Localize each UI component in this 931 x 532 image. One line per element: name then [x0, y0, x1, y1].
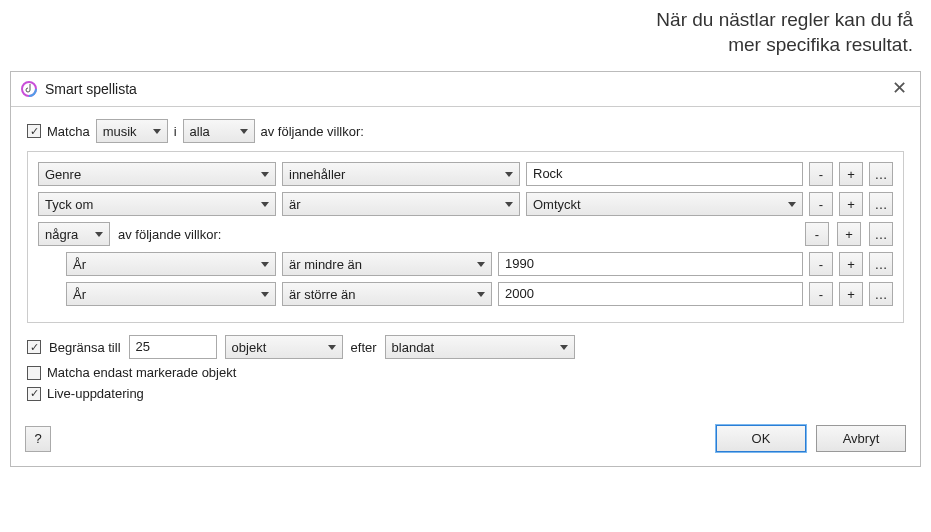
nested-suffix: av följande villkor: [118, 227, 797, 242]
rule-more-button[interactable]: … [869, 162, 893, 186]
dialog-window: Smart spellista ✕ Matcha musik i alla av… [10, 71, 921, 467]
match-label: Matcha [47, 124, 90, 139]
rule-more-button[interactable]: … [869, 192, 893, 216]
chevron-down-icon [261, 262, 269, 267]
rule-op-value: är mindre än [289, 257, 362, 272]
rule-op-value: är större än [289, 287, 355, 302]
match-suffix: av följande villkor: [261, 124, 364, 139]
limit-label: Begränsa till [49, 340, 121, 355]
titlebar: Smart spellista ✕ [11, 72, 920, 107]
limit-checkbox[interactable] [27, 340, 41, 354]
chevron-down-icon [261, 292, 269, 297]
chevron-down-icon [328, 345, 336, 350]
rules-container: Genre innehåller Rock - + … Tyck om [27, 151, 904, 323]
rule-field-select[interactable]: År [66, 282, 276, 306]
chevron-down-icon [240, 129, 248, 134]
chevron-down-icon [560, 345, 568, 350]
rule-value-select[interactable]: Omtyckt [526, 192, 803, 216]
rule-value-input[interactable]: Rock [526, 162, 803, 186]
rule-add-button[interactable]: + [839, 192, 863, 216]
rule-row: Genre innehåller Rock - + … [38, 162, 893, 186]
rule-op-value: innehåller [289, 167, 345, 182]
rule-more-button[interactable]: … [869, 222, 893, 246]
rule-value-text: 2000 [505, 286, 534, 301]
close-button[interactable]: ✕ [888, 78, 910, 100]
limit-after-label: efter [351, 340, 377, 355]
nested-quantifier-value: några [45, 227, 78, 242]
rule-op-select[interactable]: är mindre än [282, 252, 492, 276]
rule-more-button[interactable]: … [869, 252, 893, 276]
rule-op-select[interactable]: är [282, 192, 520, 216]
rule-remove-button[interactable]: - [809, 192, 833, 216]
limit-value-input[interactable]: 25 [129, 335, 217, 359]
rule-op-select[interactable]: innehåller [282, 162, 520, 186]
dialog-body: Matcha musik i alla av följande villkor:… [11, 107, 920, 419]
rule-value-input[interactable]: 1990 [498, 252, 803, 276]
help-button[interactable]: ? [25, 426, 51, 452]
rule-op-select[interactable]: är större än [282, 282, 492, 306]
live-update-label: Live-uppdatering [47, 386, 144, 401]
nested-rule-row: År är mindre än 1990 - + … [66, 252, 893, 276]
limit-row: Begränsa till 25 objekt efter blandat [27, 335, 904, 359]
help-icon: ? [34, 431, 41, 446]
rule-op-value: är [289, 197, 301, 212]
chevron-down-icon [261, 172, 269, 177]
limit-after-select[interactable]: blandat [385, 335, 575, 359]
dialog-title: Smart spellista [45, 81, 888, 97]
rule-remove-button[interactable]: - [809, 282, 833, 306]
rule-value-input[interactable]: 2000 [498, 282, 803, 306]
chevron-down-icon [477, 262, 485, 267]
chevron-down-icon [788, 202, 796, 207]
rule-add-button[interactable]: + [839, 252, 863, 276]
checked-only-row: Matcha endast markerade objekt [27, 365, 904, 380]
live-update-row: Live-uppdatering [27, 386, 904, 401]
live-update-checkbox[interactable] [27, 387, 41, 401]
match-media-select[interactable]: musik [96, 119, 168, 143]
annotation-line2: mer specifika resultat. [728, 34, 913, 55]
chevron-down-icon [261, 202, 269, 207]
checked-only-checkbox[interactable] [27, 366, 41, 380]
annotation-line1: När du nästlar regler kan du få [656, 9, 913, 30]
ok-button[interactable]: OK [716, 425, 806, 452]
chevron-down-icon [477, 292, 485, 297]
rule-field-value: År [73, 287, 86, 302]
cancel-button[interactable]: Avbryt [816, 425, 906, 452]
ok-label: OK [752, 431, 771, 446]
rule-field-value: År [73, 257, 86, 272]
annotation-text: När du nästlar regler kan du få mer spec… [0, 0, 931, 57]
match-media-value: musik [103, 124, 137, 139]
cancel-label: Avbryt [843, 431, 880, 446]
nested-quantifier-select[interactable]: några [38, 222, 110, 246]
rule-add-button[interactable]: + [839, 162, 863, 186]
nested-rule-row: År är större än 2000 - + … [66, 282, 893, 306]
chevron-down-icon [153, 129, 161, 134]
dialog-footer: ? OK Avbryt [11, 419, 920, 466]
rule-field-select[interactable]: Genre [38, 162, 276, 186]
match-checkbox[interactable] [27, 124, 41, 138]
limit-unit-select[interactable]: objekt [225, 335, 343, 359]
checked-only-label: Matcha endast markerade objekt [47, 365, 236, 380]
rule-remove-button[interactable]: - [805, 222, 829, 246]
rule-value-text: Omtyckt [533, 197, 581, 212]
rule-remove-button[interactable]: - [809, 162, 833, 186]
rule-field-select[interactable]: År [66, 252, 276, 276]
nested-group-header: några av följande villkor: - + … [38, 222, 893, 246]
app-icon [21, 81, 37, 97]
limit-value-text: 25 [136, 339, 150, 354]
rule-more-button[interactable]: … [869, 282, 893, 306]
match-quantifier-value: alla [190, 124, 210, 139]
rule-field-select[interactable]: Tyck om [38, 192, 276, 216]
rule-value-text: Rock [533, 166, 563, 181]
rule-remove-button[interactable]: - [809, 252, 833, 276]
chevron-down-icon [505, 172, 513, 177]
match-quantifier-select[interactable]: alla [183, 119, 255, 143]
rule-add-button[interactable]: + [839, 282, 863, 306]
limit-unit-value: objekt [232, 340, 267, 355]
match-in-word: i [174, 124, 177, 139]
chevron-down-icon [505, 202, 513, 207]
rule-field-value: Tyck om [45, 197, 93, 212]
rule-add-button[interactable]: + [837, 222, 861, 246]
chevron-down-icon [95, 232, 103, 237]
rule-value-text: 1990 [505, 256, 534, 271]
rule-row: Tyck om är Omtyckt - + … [38, 192, 893, 216]
